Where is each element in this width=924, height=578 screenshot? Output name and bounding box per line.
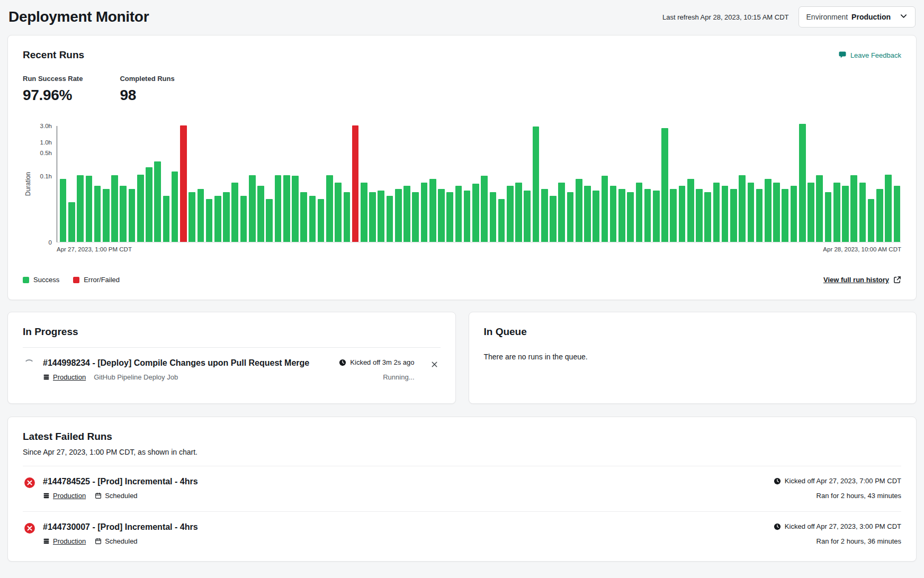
chart-bar[interactable]	[679, 186, 686, 242]
chart-bar[interactable]	[618, 189, 625, 242]
chart-bar[interactable]	[533, 127, 540, 242]
chart-bar[interactable]	[249, 175, 256, 242]
chart-bar[interactable]	[704, 192, 711, 242]
chart-bar[interactable]	[146, 167, 152, 242]
chart-bar[interactable]	[636, 183, 643, 242]
chart-bar[interactable]	[773, 183, 780, 242]
chart-bar[interactable]	[498, 199, 505, 242]
chart-bar[interactable]	[137, 175, 144, 242]
chart-bar[interactable]	[610, 186, 617, 242]
chart-bar[interactable]	[842, 186, 849, 242]
chart-bar[interactable]	[576, 179, 582, 242]
chart-bar[interactable]	[240, 196, 247, 242]
chart-bar[interactable]	[86, 176, 93, 242]
chart-bar[interactable]	[154, 161, 161, 242]
chart-bar[interactable]	[756, 189, 763, 242]
chart-bar[interactable]	[300, 192, 307, 242]
chart-bar[interactable]	[765, 179, 772, 242]
environment-link[interactable]: Production	[53, 373, 86, 381]
chart-bar[interactable]	[464, 191, 471, 242]
chart-bar[interactable]	[318, 199, 325, 242]
chart-bar[interactable]	[885, 175, 892, 242]
chart-bar[interactable]	[730, 189, 737, 242]
chart-bar[interactable]	[825, 192, 832, 242]
chart-bar[interactable]	[361, 183, 367, 242]
chart-bar[interactable]	[653, 191, 660, 242]
chart-bar[interactable]	[111, 175, 118, 242]
environment-dropdown[interactable]: Environment Production	[799, 6, 916, 28]
chart-bar[interactable]	[231, 183, 238, 242]
chart-bar[interactable]	[627, 192, 634, 242]
chart-bar[interactable]	[446, 192, 453, 242]
chart-bar[interactable]	[859, 183, 866, 242]
chart-bar[interactable]	[326, 175, 333, 242]
chart-bar[interactable]	[644, 189, 651, 242]
chart-bar[interactable]	[541, 189, 548, 242]
chart-bar[interactable]	[868, 199, 875, 242]
chart-bar[interactable]	[309, 196, 316, 242]
chart-bar[interactable]	[722, 186, 729, 242]
chart-bar[interactable]	[429, 179, 436, 242]
chart-bar[interactable]	[77, 175, 84, 242]
chart-bar[interactable]	[833, 183, 840, 242]
chart-bar[interactable]	[558, 183, 565, 242]
chart-bar[interactable]	[850, 175, 857, 242]
environment-link[interactable]: Production	[53, 537, 86, 545]
chart-bar[interactable]	[472, 184, 479, 242]
chart-bar[interactable]	[438, 189, 445, 242]
chart-bar[interactable]	[507, 186, 514, 242]
chart-bar[interactable]	[257, 186, 264, 242]
chart-bar[interactable]	[584, 186, 591, 242]
chart-bar[interactable]	[593, 191, 599, 242]
chart-bar[interactable]	[550, 196, 557, 242]
chart-bar[interactable]	[214, 196, 221, 242]
chart-bar[interactable]	[223, 192, 230, 242]
chart-bar[interactable]	[421, 183, 428, 242]
chart-bar[interactable]	[782, 189, 788, 242]
chart-bar[interactable]	[602, 176, 608, 242]
chart-bar[interactable]	[378, 191, 384, 242]
chart-bar[interactable]	[748, 183, 755, 242]
chart-bar[interactable]	[481, 176, 488, 242]
chart-bar[interactable]	[344, 192, 351, 242]
chart-bar[interactable]	[412, 192, 419, 242]
chart-bar[interactable]	[567, 192, 574, 242]
chart-bar[interactable]	[387, 196, 393, 242]
chart-bar[interactable]	[739, 175, 746, 242]
environment-link[interactable]: Production	[53, 492, 86, 500]
chart-bar[interactable]	[292, 176, 299, 242]
chart-bar[interactable]	[799, 124, 806, 242]
chart-bar[interactable]	[808, 183, 814, 242]
chart-bar[interactable]	[403, 186, 410, 242]
chart-bar[interactable]	[661, 128, 668, 242]
chart-bar[interactable]	[198, 189, 204, 242]
chart-bar[interactable]	[103, 189, 110, 242]
chart-bar[interactable]	[894, 186, 901, 242]
chart-bar[interactable]	[791, 186, 797, 242]
chart-bar[interactable]	[335, 183, 342, 242]
chart-bar[interactable]	[713, 183, 720, 242]
chart-bar[interactable]	[687, 179, 694, 242]
chart-bar[interactable]	[696, 189, 703, 242]
chart-bar[interactable]	[275, 175, 282, 242]
chart-bar[interactable]	[670, 189, 677, 242]
chart-bar[interactable]	[490, 192, 497, 242]
chart-bar[interactable]	[163, 196, 170, 242]
chart-bar[interactable]	[266, 199, 273, 242]
chart-bar[interactable]	[180, 125, 187, 242]
chart-bar[interactable]	[120, 186, 127, 242]
chart-bar[interactable]	[369, 192, 376, 242]
chart-bar[interactable]	[816, 175, 823, 242]
chart-bar[interactable]	[395, 189, 402, 242]
chart-bar[interactable]	[876, 189, 883, 242]
chart-bar[interactable]	[60, 179, 67, 242]
view-full-run-history-link[interactable]: View full run history	[823, 276, 901, 284]
close-icon[interactable]	[428, 358, 441, 371]
chart-bar[interactable]	[189, 192, 195, 242]
chart-bar[interactable]	[129, 189, 136, 242]
chart-bar[interactable]	[68, 202, 75, 242]
chart-bar[interactable]	[206, 199, 213, 242]
chart-bar[interactable]	[455, 186, 462, 242]
leave-feedback-link[interactable]: Leave Feedback	[838, 51, 901, 59]
chart-bar[interactable]	[94, 186, 101, 242]
